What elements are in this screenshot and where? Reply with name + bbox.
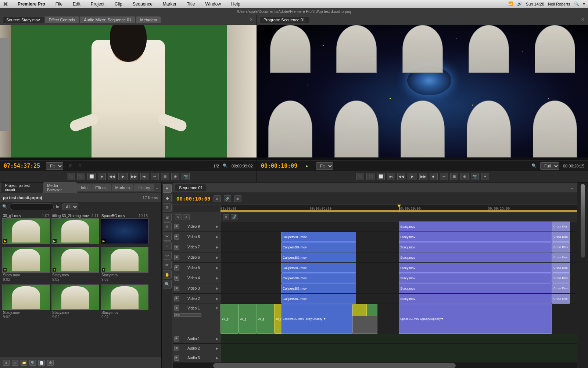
tool-rate[interactable]: ⊛ xyxy=(163,222,172,231)
clip-calipers-v7[interactable]: CalipersBG.mov xyxy=(281,242,356,252)
program-level-dropdown[interactable]: Full xyxy=(540,162,559,170)
track-content-v9[interactable]: Stacy.mov Cross Diss xyxy=(220,222,577,231)
track-v1-sync[interactable]: S xyxy=(174,313,179,317)
track-content-v7[interactable]: CalipersBG.mov Stacy.mov Cross Diss xyxy=(220,242,577,252)
track-lock-v8[interactable] xyxy=(181,234,186,240)
clip-thumb-stacy-3[interactable]: ● xyxy=(101,247,148,273)
timeline-scrollbar[interactable] xyxy=(173,363,577,368)
prog-add[interactable]: + xyxy=(481,173,489,180)
clip-stacy-4[interactable]: Stacy.mov 9:02 xyxy=(2,284,50,319)
marker-menu[interactable]: Marker xyxy=(161,1,179,7)
program-tab-active[interactable]: Program: Sequence 01 xyxy=(259,16,309,23)
tool-ripple[interactable]: ⊕ xyxy=(163,203,172,212)
track-content-a2[interactable] xyxy=(220,344,577,353)
track-name-v9[interactable]: Video 9 xyxy=(187,224,200,229)
program-timecode-display[interactable]: 00:00:10:09 xyxy=(261,163,297,169)
track-lock-v7[interactable] xyxy=(181,245,186,250)
apple-menu[interactable]: ⌘ xyxy=(3,1,8,7)
track-eye-v9[interactable]: 👁 xyxy=(174,224,179,229)
track-content-a3[interactable] xyxy=(220,353,577,362)
track-content-v6[interactable]: CalipersBG.mov Stacy.mov Cross Diss xyxy=(220,252,577,262)
track-expand-v2[interactable]: ▶ xyxy=(216,297,219,301)
source-step-back[interactable]: ◀◀ xyxy=(108,173,116,180)
track-eye-a2[interactable]: 👁 xyxy=(174,346,179,351)
tl-btn-linked[interactable]: 🔗 xyxy=(224,195,231,202)
tl-header-icon-2[interactable]: A xyxy=(183,214,190,220)
title-menu[interactable]: Title xyxy=(184,1,197,7)
track-expand-v5[interactable]: ▶ xyxy=(216,266,219,270)
clip-cross-v7[interactable]: Cross Diss xyxy=(552,242,570,252)
footer-grid-icon[interactable]: ⊞ xyxy=(12,360,18,366)
tool-hand[interactable]: ✋ xyxy=(163,270,172,279)
track-eye-v1[interactable]: 👁 xyxy=(174,305,179,311)
footer-new-bin[interactable]: 📁 xyxy=(21,360,27,366)
project-search-input[interactable] xyxy=(10,204,54,210)
info-tab[interactable]: Info xyxy=(77,184,91,191)
track-eye-v7[interactable]: 👁 xyxy=(174,245,179,250)
source-mark-out[interactable]: ⬛ xyxy=(77,173,85,180)
track-lock-a2[interactable] xyxy=(181,346,186,351)
prog-mark-clip[interactable]: ⬜ xyxy=(377,173,385,180)
clip-stacy-v7[interactable]: Stacy.mov xyxy=(399,242,552,252)
clip-stacy-3[interactable]: ● Stacy.mov 9:02 xyxy=(101,247,148,282)
track-name-a3[interactable]: Audio 3 xyxy=(187,356,200,360)
source-camera[interactable]: 📷 xyxy=(182,173,190,180)
tl-header-icon-1[interactable]: V xyxy=(175,214,182,220)
track-eye-v6[interactable]: 👁 xyxy=(174,255,179,260)
source-fit-dropdown[interactable]: Fit xyxy=(46,162,63,170)
clip-stacy-v9[interactable]: Stacy.mov xyxy=(399,222,570,231)
tl-btn-snap[interactable]: ⊕ xyxy=(214,195,221,202)
clip-v1-dark[interactable] xyxy=(352,316,377,334)
clip-30g1[interactable]: 30_g1.mov 1:07 ▶ xyxy=(2,213,50,244)
track-eye-v4[interactable]: 👁 xyxy=(174,276,179,281)
window-menu[interactable]: Window xyxy=(203,1,223,7)
track-expand-v9[interactable]: ▶ xyxy=(216,224,219,229)
source-mark-clip[interactable]: ⬜ xyxy=(87,173,96,180)
metadata-tab[interactable]: Metadata xyxy=(136,16,161,23)
track-content-v2[interactable]: CalipersBG.mov Stacy.mov Cross Diss xyxy=(220,294,577,304)
source-mark-in[interactable]: ⬛ xyxy=(67,173,75,180)
clip-cross-v4[interactable]: Cross Diss xyxy=(552,273,570,283)
markers-tab[interactable]: Markers xyxy=(112,184,134,191)
track-name-v7[interactable]: Video 7 xyxy=(187,245,200,249)
track-expand-v3[interactable]: ▶ xyxy=(216,286,219,290)
app-name[interactable]: Premiere Pro xyxy=(15,1,47,7)
tool-zoom[interactable]: 🔍 xyxy=(163,280,172,289)
track-lock-v3[interactable] xyxy=(181,286,186,291)
track-lock-v6[interactable] xyxy=(181,255,186,260)
tool-select[interactable]: ▼ xyxy=(163,184,172,193)
audio-mixer-tab[interactable]: Audio Mixer: Sequence 01 xyxy=(80,16,135,23)
track-content-a1[interactable] xyxy=(220,334,577,343)
track-expand-v1[interactable]: ▼ xyxy=(215,306,219,310)
media-browser-tab[interactable]: Media Browser xyxy=(43,182,77,193)
source-timecode-display[interactable]: 07:54:37:25 xyxy=(4,163,40,169)
source-zoom-icon[interactable]: 🔍 xyxy=(223,163,228,168)
clip-thumb-stacy-4[interactable] xyxy=(2,284,50,310)
clip-stacy-5[interactable]: Stacy.mov 9:02 xyxy=(51,284,99,319)
clip-thumb-stacy-1[interactable]: ● xyxy=(2,247,50,273)
track-eye-v8[interactable]: 👁 xyxy=(174,234,179,240)
clip-calipers-v8[interactable]: CalipersBG.mov xyxy=(281,232,356,242)
footer-search[interactable]: 🔍 xyxy=(29,360,36,366)
source-go-out[interactable]: ⏭ xyxy=(140,173,148,180)
clip-v1-calipers[interactable]: CalipersBG.mov ·acity:Opacity ▼ xyxy=(281,304,352,334)
prog-play[interactable]: ▶ xyxy=(408,173,417,180)
prog-go-in[interactable]: ⏮ xyxy=(387,173,395,180)
source-insert[interactable]: ⊕ xyxy=(171,173,179,180)
track-expand-v8[interactable]: ▶ xyxy=(216,235,219,239)
prog-mark-out[interactable]: ⬛ xyxy=(366,173,374,180)
prog-camera[interactable]: 📷 xyxy=(471,173,479,180)
prog-loop[interactable]: ↩ xyxy=(440,173,448,180)
source-step-fwd[interactable]: ▶▶ xyxy=(130,173,138,180)
timeline-scroll-thumb[interactable] xyxy=(213,363,456,368)
track-lock-v5[interactable] xyxy=(181,265,186,270)
clip-cross-v5[interactable]: Cross Diss xyxy=(552,263,570,273)
clip-v1-29[interactable]: 29_g xyxy=(256,304,274,334)
track-eye-v3[interactable]: 👁 xyxy=(174,286,179,291)
track-content-v3[interactable]: CalipersBG.mov Stacy.mov Cross Diss xyxy=(220,283,577,293)
track-expand-a1[interactable]: ▶ xyxy=(216,337,219,341)
track-content-v1[interactable]: 27_g 28_g 29_g 30_g1 CalipersBG.mov ·aci… xyxy=(220,304,577,334)
clip-stacy-1[interactable]: ● Stacy.mov 9:02 xyxy=(2,247,50,282)
help-menu[interactable]: Help xyxy=(229,1,243,7)
tool-razor[interactable]: ✂ xyxy=(163,232,172,241)
